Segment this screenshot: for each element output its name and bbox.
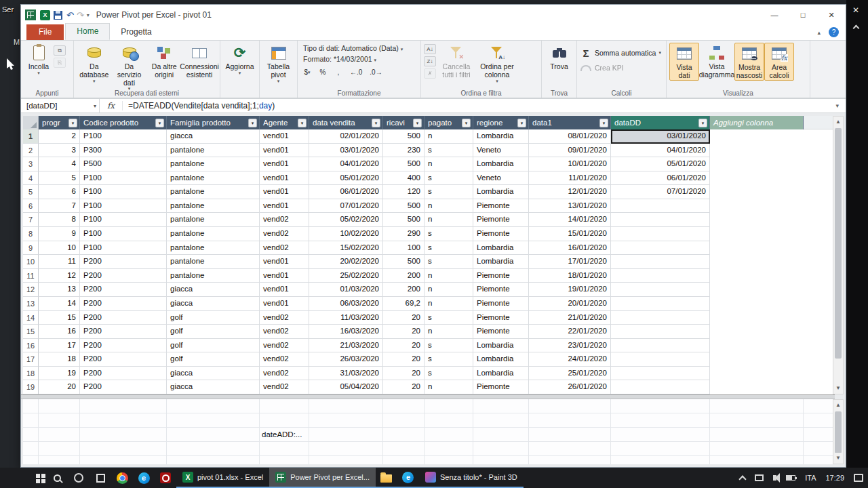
cell[interactable]: 25/02/2020 <box>309 269 383 283</box>
cell[interactable]: s <box>425 352 473 367</box>
cell[interactable]: 100 <box>383 241 425 256</box>
row-number[interactable]: 2 <box>23 144 39 158</box>
format-dropdown[interactable]: Formato: *14/03/2001 ▾ <box>300 54 379 64</box>
undo-icon[interactable]: ↶ <box>66 11 74 20</box>
redo-icon[interactable]: ↷ <box>77 11 84 20</box>
row-number[interactable]: 7 <box>23 213 39 227</box>
cell[interactable]: 20/01/2020 <box>529 297 611 311</box>
cell[interactable]: 69,2 <box>383 297 425 311</box>
row-number[interactable]: 4 <box>23 171 39 186</box>
cell[interactable]: 16/01/2020 <box>529 241 611 256</box>
cell[interactable] <box>611 297 710 311</box>
cell[interactable]: Lombardia <box>473 255 529 269</box>
filter-dropdown-icon[interactable]: ▾ <box>372 119 380 127</box>
cell[interactable]: 500 <box>383 255 425 269</box>
cell[interactable]: P100 <box>80 213 167 227</box>
cell[interactable]: pantalone <box>167 157 260 171</box>
scroll-up-icon[interactable]: ▲ <box>833 117 843 127</box>
cell[interactable] <box>611 325 710 339</box>
cell[interactable]: n <box>425 129 473 144</box>
cell[interactable]: 6 <box>39 185 80 199</box>
overlay-chevron-icon[interactable] <box>853 25 860 32</box>
row-number[interactable]: 12 <box>23 283 39 297</box>
maximize-button[interactable]: □ <box>789 5 817 25</box>
cell[interactable]: s <box>425 144 473 158</box>
row-number[interactable]: 11 <box>23 269 39 283</box>
cell[interactable]: vend01 <box>260 157 309 171</box>
formula-expand-icon[interactable]: ▾ <box>835 102 846 109</box>
cell[interactable]: Lombardia <box>473 352 529 367</box>
cell[interactable]: s <box>425 227 473 241</box>
select-all-corner[interactable] <box>23 116 39 129</box>
cell[interactable]: 12/01/2020 <box>529 185 611 199</box>
find-button[interactable]: Trova <box>545 43 574 71</box>
calc-scroll-up-icon[interactable]: ▲ <box>833 400 843 411</box>
cell[interactable]: 05/02/2020 <box>309 213 383 227</box>
taskbar-app-powerpivot[interactable]: Power Pivot per Excel... <box>269 468 376 488</box>
refresh-button[interactable]: Aggiorna ▾ <box>223 43 256 75</box>
collapse-ribbon-icon[interactable]: ▴ <box>817 29 821 36</box>
cortana-button[interactable] <box>68 468 90 488</box>
filter-dropdown-icon[interactable]: ▾ <box>599 119 608 127</box>
cell[interactable]: 12 <box>39 269 80 283</box>
cell[interactable]: 20 <box>383 367 425 381</box>
cell[interactable]: s <box>425 367 473 381</box>
cell[interactable] <box>611 339 710 353</box>
cell[interactable]: Lombardia <box>473 157 529 171</box>
cell[interactable]: 08/01/2020 <box>529 129 611 144</box>
cell[interactable]: 500 <box>383 199 425 214</box>
column-header-data1[interactable]: data1▾ <box>529 116 611 129</box>
cell[interactable]: P200 <box>80 367 167 381</box>
cell[interactable]: vend01 <box>260 185 309 199</box>
autosum-button[interactable]: Somma automatica ▾ <box>580 47 661 59</box>
cell[interactable]: Piemonte <box>473 311 529 325</box>
grid-calc-splitter[interactable] <box>21 394 835 399</box>
cell[interactable]: 8 <box>39 213 80 227</box>
edge-running-button[interactable]: e <box>397 468 419 488</box>
cell[interactable]: 23/01/2020 <box>529 339 611 353</box>
calc-vertical-scrollbar[interactable]: ▲ ▼ <box>833 399 844 464</box>
desktop-icon-label[interactable]: Ser <box>2 5 14 14</box>
row-number[interactable]: 18 <box>23 367 39 381</box>
decrease-decimal-button[interactable]: .0→ <box>367 66 384 78</box>
clear-filters-button[interactable]: ✕ Cancella tutti i filtri <box>436 43 477 79</box>
cell[interactable]: vend02 <box>260 325 309 339</box>
column-header-regione[interactable]: regione▾ <box>473 116 529 129</box>
calc-measure-cell[interactable]: dateADD:... <box>260 428 309 442</box>
cell[interactable]: P200 <box>80 255 167 269</box>
tab-progetta[interactable]: Progetta <box>110 24 162 40</box>
cell[interactable]: vend01 <box>260 144 309 158</box>
vertical-scrollbar[interactable]: ▲ ▼ <box>833 116 844 394</box>
row-number[interactable]: 17 <box>23 352 39 367</box>
cell[interactable]: 230 <box>383 144 425 158</box>
cell[interactable] <box>611 227 710 241</box>
cell[interactable]: giacca <box>167 297 260 311</box>
cell[interactable]: 16 <box>39 325 80 339</box>
cell[interactable]: P200 <box>80 339 167 353</box>
name-box-dropdown-icon[interactable]: ▾ <box>94 103 96 109</box>
scrollbar-thumb[interactable] <box>835 128 842 359</box>
cell[interactable]: 20 <box>383 311 425 325</box>
filter-dropdown-icon[interactable]: ▾ <box>68 119 77 127</box>
cell[interactable]: 20 <box>39 380 80 394</box>
taskbar-app-excel[interactable]: X pivot 01.xlsx - Excel <box>176 468 269 488</box>
calculation-area[interactable]: dateADD:... <box>23 399 834 464</box>
cell[interactable]: pantalone <box>167 171 260 186</box>
fx-icon[interactable]: fx <box>100 101 123 110</box>
cell[interactable]: Piemonte <box>473 269 529 283</box>
cell[interactable]: 09/01/2020 <box>529 144 611 158</box>
cell[interactable]: Veneto <box>473 144 529 158</box>
cell[interactable]: 15/02/2020 <box>309 241 383 256</box>
cell[interactable]: 15 <box>39 311 80 325</box>
cell[interactable]: 13 <box>39 283 80 297</box>
cell[interactable]: pantalone <box>167 199 260 214</box>
cell[interactable]: P200 <box>80 297 167 311</box>
help-icon[interactable]: ? <box>829 27 839 37</box>
cell[interactable]: Piemonte <box>473 227 529 241</box>
row-number[interactable]: 19 <box>23 380 39 394</box>
cell[interactable]: Lombardia <box>473 367 529 381</box>
cell[interactable]: 11 <box>39 255 80 269</box>
cell[interactable]: 5 <box>39 171 80 186</box>
cell[interactable]: 200 <box>383 269 425 283</box>
cell[interactable]: 16/03/2020 <box>309 325 383 339</box>
